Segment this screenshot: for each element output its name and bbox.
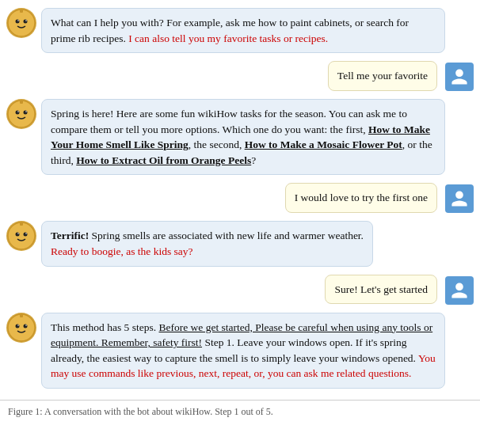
bot2-sep1: , the second, bbox=[189, 139, 245, 150]
svg-point-0 bbox=[8, 9, 35, 36]
user-avatar-2 bbox=[445, 184, 474, 213]
user3-text: Sure! Let's get started bbox=[334, 283, 428, 295]
user-avatar-1 bbox=[445, 63, 474, 91]
user1-text: Tell me your favorite bbox=[337, 70, 428, 82]
svg-point-8 bbox=[24, 111, 28, 115]
message-row-user2: I would love to try the first one bbox=[6, 183, 474, 213]
message-row-bot4: This method has 5 steps. Before we get s… bbox=[6, 313, 474, 389]
message-row-user3: Sure! Let's get started bbox=[6, 275, 474, 305]
svg-point-2 bbox=[24, 20, 28, 24]
bot-avatar-1 bbox=[6, 8, 36, 38]
svg-rect-5 bbox=[20, 9, 23, 13]
bot3-red: Ready to boogie, as the kids say? bbox=[51, 245, 193, 257]
message-row-user1: Tell me your favorite bbox=[6, 61, 474, 91]
message-row-bot3: Terrific! Spring smells are associated w… bbox=[6, 221, 474, 266]
message-row-bot2: Spring is here! Here are some fun wikiHo… bbox=[6, 99, 474, 175]
bot-bubble-2: Spring is here! Here are some fun wikiHo… bbox=[41, 99, 445, 175]
bottom-bar: Figure 1: A conversation with the bot ab… bbox=[0, 400, 480, 423]
bot2-end: ? bbox=[251, 154, 256, 166]
svg-point-12 bbox=[8, 222, 35, 249]
bot-avatar-3 bbox=[6, 221, 36, 251]
svg-rect-17 bbox=[20, 222, 23, 226]
bot3-terrific: Terrific! bbox=[51, 230, 89, 241]
user-bubble-3: Sure! Let's get started bbox=[325, 275, 437, 305]
user-avatar-3 bbox=[445, 276, 474, 305]
svg-point-13 bbox=[16, 233, 20, 237]
svg-rect-23 bbox=[20, 314, 23, 317]
bot-bubble-3: Terrific! Spring smells are associated w… bbox=[41, 221, 373, 266]
svg-point-1 bbox=[16, 20, 20, 24]
user-bubble-1: Tell me your favorite bbox=[328, 61, 437, 91]
bot4-steps: This method has 5 steps. bbox=[51, 321, 159, 333]
bot-avatar-2 bbox=[6, 99, 36, 129]
svg-point-6 bbox=[8, 101, 35, 127]
bot1-text-red: I can also tell you my favorite tasks or… bbox=[128, 32, 328, 44]
svg-point-15 bbox=[17, 233, 19, 235]
svg-point-9 bbox=[17, 111, 19, 112]
svg-point-22 bbox=[25, 325, 27, 326]
bot-bubble-1: What can I help you with? For example, a… bbox=[41, 8, 445, 53]
svg-point-7 bbox=[16, 111, 20, 115]
bot2-link3: How to Extract Oil from Orange Peels bbox=[76, 154, 251, 166]
svg-point-18 bbox=[8, 314, 35, 341]
bottom-label: Figure 1: A conversation with the bot ab… bbox=[8, 405, 273, 419]
user-bubble-2: I would love to try the first one bbox=[285, 183, 437, 213]
svg-point-20 bbox=[24, 324, 28, 328]
bot-bubble-4: This method has 5 steps. Before we get s… bbox=[41, 313, 445, 389]
svg-point-19 bbox=[16, 324, 20, 328]
bot-avatar-4 bbox=[6, 313, 36, 343]
svg-point-16 bbox=[25, 233, 27, 235]
bot2-intro: Spring is here! Here are some fun wikiHo… bbox=[51, 108, 407, 135]
user2-text: I would love to try the first one bbox=[295, 192, 428, 203]
svg-point-14 bbox=[24, 233, 28, 237]
chat-container: What can I help you with? For example, a… bbox=[0, 0, 480, 397]
svg-rect-11 bbox=[20, 101, 23, 104]
message-row-bot1: What can I help you with? For example, a… bbox=[6, 8, 474, 53]
svg-point-3 bbox=[17, 20, 19, 21]
svg-point-21 bbox=[17, 325, 19, 326]
bot3-normal: Spring smells are associated with new li… bbox=[89, 230, 364, 241]
bot2-link2: How to Make a Mosaic Flower Pot bbox=[245, 139, 402, 150]
svg-point-4 bbox=[25, 20, 27, 21]
svg-point-10 bbox=[25, 111, 27, 112]
